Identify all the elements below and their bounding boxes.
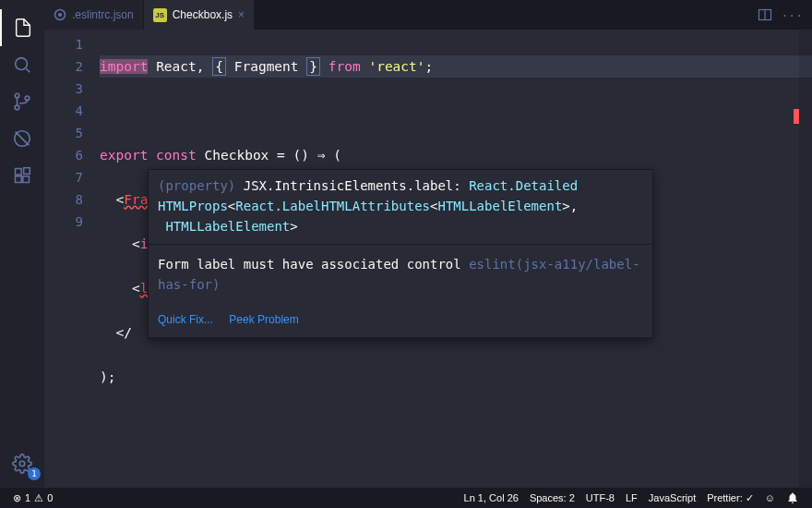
tab-checkbox-js[interactable]: JS Checkbox.js × (144, 0, 255, 30)
svg-point-3 (25, 96, 30, 101)
split-editor-icon[interactable] (758, 7, 772, 22)
code-line: export const Checkbox = () ⇒ ( (100, 144, 812, 166)
tab-bar: .eslintrc.json JS Checkbox.js × ··· (44, 0, 812, 30)
hover-message: Form label must have associated control … (149, 244, 652, 306)
settings-badge: 1 (28, 467, 41, 480)
svg-rect-5 (16, 169, 22, 175)
code-line: ); (100, 366, 812, 388)
tab-label: Checkbox.js (173, 8, 233, 21)
brace-match: } (306, 57, 320, 76)
status-cursor[interactable]: Ln 1, Col 26 (459, 491, 524, 504)
quick-fix-link[interactable]: Quick Fix... (158, 313, 213, 326)
status-eol[interactable]: LF (620, 491, 643, 504)
code-line: import React, { Fragment } from 'react'; (100, 55, 812, 78)
svg-point-9 (19, 461, 25, 466)
code-line (100, 100, 812, 122)
status-feedback-icon[interactable]: ☺ (759, 491, 781, 504)
settings-gear-icon[interactable]: 1 (0, 445, 44, 482)
more-actions-icon[interactable]: ··· (782, 8, 803, 22)
search-icon[interactable] (0, 46, 44, 83)
svg-rect-6 (16, 176, 22, 183)
status-prettier[interactable]: Prettier: ✓ (701, 491, 759, 504)
hover-actions: Quick Fix... Peek Problem (149, 306, 652, 337)
close-icon[interactable]: × (238, 8, 245, 21)
hover-tooltip: (property) JSX.IntrinsicElements.label: … (148, 169, 653, 338)
peek-problem-link[interactable]: Peek Problem (229, 313, 298, 326)
js-file-icon: JS (153, 8, 167, 22)
status-indent[interactable]: Spaces: 2 (524, 491, 580, 504)
svg-point-11 (58, 13, 62, 17)
error-icon: ⊗ (13, 492, 21, 504)
activity-bar: 1 (0, 0, 44, 488)
warning-icon: ⚠ (34, 492, 43, 504)
tab-actions: ··· (758, 0, 812, 30)
brace-match: { (212, 57, 226, 76)
source-control-icon[interactable] (0, 83, 44, 120)
status-language[interactable]: JavaScript (643, 491, 701, 504)
line-gutter: 123 456 789 (44, 30, 100, 488)
vertical-scrollbar[interactable] (799, 30, 812, 488)
tab-label: .eslintrc.json (72, 8, 134, 21)
status-problems[interactable]: ⊗1 ⚠0 (7, 492, 58, 504)
svg-rect-8 (24, 168, 30, 175)
hover-signature: (property) JSX.IntrinsicElements.label: … (149, 170, 652, 244)
extensions-icon[interactable] (0, 157, 44, 194)
svg-rect-7 (23, 176, 30, 183)
status-encoding[interactable]: UTF-8 (580, 491, 620, 504)
explorer-icon[interactable] (0, 9, 44, 46)
svg-point-2 (15, 105, 19, 110)
code-line (100, 410, 812, 432)
tab-eslintrc[interactable]: .eslintrc.json (44, 0, 144, 30)
status-bar: ⊗1 ⚠0 Ln 1, Col 26 Spaces: 2 UTF-8 LF Ja… (0, 488, 812, 508)
svg-point-0 (16, 58, 28, 70)
debug-icon[interactable] (0, 120, 44, 157)
status-bell-icon[interactable] (781, 491, 805, 504)
overview-ruler[interactable] (782, 30, 799, 488)
svg-point-1 (15, 93, 19, 98)
json-file-icon (54, 8, 66, 21)
